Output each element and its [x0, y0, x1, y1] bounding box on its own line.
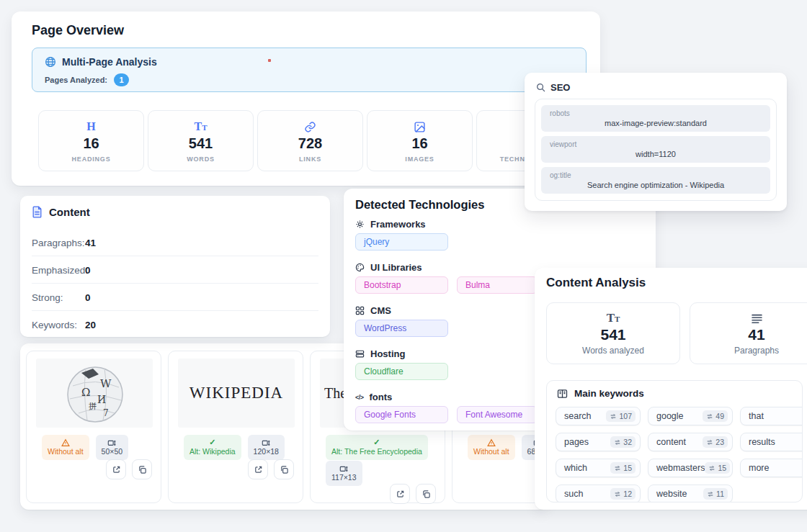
- keyword-word: website: [656, 489, 687, 499]
- meta-name: og:title: [550, 171, 571, 179]
- content-stat-row: Keywords: 20: [32, 311, 318, 338]
- tech-chip: WordPress: [355, 320, 448, 337]
- copy-icon: [280, 465, 289, 474]
- stat-label: WORDS: [148, 155, 253, 163]
- keyword-count-badge: 107: [606, 410, 636, 422]
- main-keywords-title: Main keywords: [574, 388, 644, 399]
- external-link-icon: [254, 465, 263, 474]
- open-image-button[interactable]: [390, 484, 410, 504]
- image-actions: [390, 484, 436, 504]
- svg-text:7: 7: [103, 408, 109, 418]
- warning-icon: [48, 438, 84, 447]
- repeat-icon: [708, 465, 715, 472]
- check-icon: ✓: [190, 438, 236, 447]
- copy-icon: [138, 465, 147, 474]
- keyword-word: search: [564, 411, 592, 421]
- keyword-chip: such 12: [556, 484, 641, 502]
- tech-chip: Bulma: [457, 276, 538, 294]
- stat-value: 41: [690, 326, 807, 343]
- keyword-word: pages: [564, 437, 589, 447]
- image-card: WIKIPEDIA ✓ Alt: Wikipedia 120×18: [168, 351, 303, 503]
- copy-icon: [422, 490, 431, 499]
- svg-text:W: W: [100, 377, 112, 390]
- section-header-hosting: Hosting: [355, 348, 405, 359]
- keyword-count: 32: [623, 438, 632, 446]
- tech-chip: jQuery: [355, 233, 448, 251]
- open-image-button[interactable]: [248, 459, 268, 479]
- section-title: fonts: [370, 392, 393, 402]
- keyword-word: such: [564, 489, 583, 499]
- dimensions-text: 50×50: [102, 447, 123, 457]
- pages-analyzed-label: Pages Analyzed:: [45, 76, 107, 84]
- keyword-count-badge: 11: [703, 488, 728, 500]
- image-actions: [106, 459, 152, 479]
- headings-icon: H: [86, 120, 95, 133]
- content-stat-value: 0: [85, 264, 91, 275]
- code-icon: </>: [355, 394, 364, 401]
- section-header-fonts: </> fonts: [355, 392, 392, 402]
- repeat-icon: [614, 491, 621, 497]
- content-card-title: Content: [49, 206, 90, 218]
- seo-title: SEO: [550, 82, 570, 93]
- stat-label: HEADINGS: [39, 155, 143, 163]
- wikipedia-globe-image: W Ω И 拼 7: [63, 361, 126, 425]
- svg-text:拼: 拼: [89, 402, 97, 411]
- pages-analyzed-badge: 1: [114, 73, 129, 86]
- keyword-count: 11: [716, 490, 724, 498]
- keyword-word: content: [656, 437, 686, 447]
- keyword-count: 107: [619, 412, 632, 420]
- keyword-chip: google 49: [648, 407, 733, 425]
- wordmark-text: WIKIPEDIA: [190, 384, 283, 402]
- stat-card-links: 728 LINKS: [257, 110, 363, 171]
- dimensions-icon: [254, 438, 279, 447]
- search-icon: [536, 83, 545, 92]
- globe-icon: [45, 56, 56, 68]
- keyword-chip: more: [740, 459, 803, 477]
- dimensions-text: 120×18: [254, 447, 279, 457]
- keyword-chip: which 15: [556, 459, 641, 477]
- alt-status-badge: Without alt: [468, 435, 515, 460]
- keyword-count: 12: [623, 490, 632, 498]
- keyword-count-badge: 32: [610, 436, 636, 448]
- stat-value: 16: [367, 135, 472, 153]
- seo-analyzer-dashboard: W Ω И 拼 7 Without alt: [0, 0, 807, 532]
- copy-image-button[interactable]: [416, 484, 436, 504]
- keyword-count: 15: [718, 464, 726, 472]
- repeat-icon: [614, 439, 621, 446]
- repeat-icon: [706, 439, 713, 446]
- document-icon: [32, 206, 43, 218]
- gear-icon: [355, 220, 365, 229]
- keyword-count-badge: 49: [703, 410, 728, 422]
- keyword-count-badge: 15: [705, 462, 730, 474]
- stat-value: 16: [39, 135, 143, 153]
- stat-card-words: TT 541 WORDS: [148, 110, 254, 171]
- paragraphs-card: 41 Paragraphs: [690, 302, 807, 364]
- tech-chip: Bootstrap: [355, 276, 448, 294]
- content-stat-row: Strong: 0: [32, 284, 318, 311]
- copy-image-button[interactable]: [274, 459, 294, 479]
- keyword-count: 49: [715, 412, 724, 420]
- repeat-icon: [706, 413, 713, 420]
- red-dot-marker: [268, 59, 271, 62]
- keyword-count: 15: [623, 464, 632, 472]
- warning-icon: [473, 438, 509, 447]
- stat-label: Words analyzed: [547, 346, 679, 356]
- alt-status-text: Without alt: [48, 447, 84, 457]
- keyword-word: more: [749, 463, 769, 473]
- page-overview-panel: Page Overview Multi-Page Analysis Pages …: [12, 12, 600, 186]
- alt-status-badge: ✓ Alt: The Free Encyclopedia: [326, 435, 428, 460]
- words-icon: TT: [194, 120, 207, 133]
- section-header-cms: CMS: [355, 305, 391, 316]
- seo-panel: SEO robots max-image-preview:standard vi…: [525, 73, 787, 211]
- copy-image-button[interactable]: [132, 459, 152, 479]
- seo-meta-row: viewport width=1120: [541, 136, 770, 163]
- seo-meta-list: robots max-image-preview:standard viewpo…: [535, 99, 777, 201]
- paragraphs-icon: [751, 313, 763, 324]
- technologies-title: Detected Technologies: [355, 198, 484, 212]
- meta-name: robots: [550, 109, 570, 117]
- dimensions-icon: [331, 464, 357, 473]
- section-header-ui-libraries: UI Libraries: [355, 262, 422, 273]
- open-image-button[interactable]: [106, 459, 126, 479]
- content-stat-label: Keywords:: [32, 319, 77, 330]
- alt-status-text: Without alt: [473, 447, 509, 457]
